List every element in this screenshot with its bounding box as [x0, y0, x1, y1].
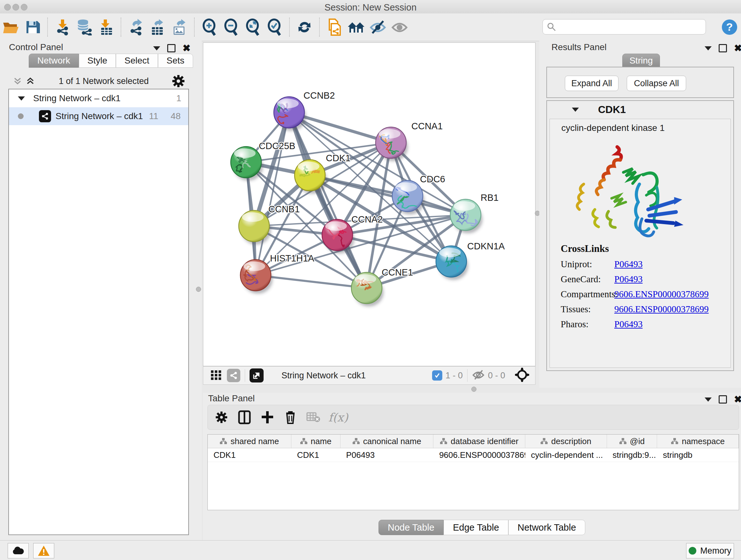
expand-all-button[interactable]: Expand All	[565, 76, 618, 91]
column-header-canonical-name[interactable]: canonical name	[340, 435, 434, 448]
zoom-out-icon[interactable]	[222, 18, 240, 36]
network-node-CDKN1A[interactable]: CDKN1A	[436, 241, 505, 280]
column-header-namespace[interactable]: namespace	[657, 435, 739, 448]
table-cell[interactable]: P06493	[340, 448, 434, 462]
tab-string[interactable]: String	[622, 54, 660, 68]
control-panel-maximize-icon[interactable]	[167, 44, 176, 52]
save-session-icon[interactable]	[23, 18, 42, 36]
open-session-icon[interactable]	[2, 18, 20, 36]
table-panel-maximize-icon[interactable]	[719, 395, 727, 403]
column-header-description[interactable]: description	[525, 435, 607, 448]
results-panel-float-icon[interactable]	[704, 46, 712, 51]
node-label-CDC6: CDC6	[420, 174, 445, 184]
zoom-selected-icon[interactable]	[266, 18, 283, 36]
search-input[interactable]	[556, 22, 695, 32]
tab-edge-table[interactable]: Edge Table	[444, 520, 509, 535]
results-panel-close-icon[interactable]: ✖	[734, 45, 741, 51]
network-node-RB1[interactable]: RB1	[450, 192, 498, 233]
tab-network[interactable]: Network	[29, 54, 79, 68]
string-share-icon[interactable]	[227, 369, 240, 382]
table-cell[interactable]: 9606.ENSP00000378699	[433, 448, 525, 462]
network-collection-row[interactable]: String Network – cdk1 1	[9, 89, 188, 107]
hide-selected-eye-icon[interactable]	[369, 18, 387, 36]
zoom-in-icon[interactable]	[200, 18, 218, 36]
table-toolbar: f(x)	[207, 405, 739, 430]
refresh-icon[interactable]	[295, 18, 313, 36]
collapse-all-button[interactable]: Collapse All	[627, 76, 686, 91]
hidden-eye-slash-icon[interactable]	[472, 369, 485, 381]
crosslinks-title: CrossLinks	[561, 243, 709, 254]
network-node-CCNA1[interactable]: CCNA1	[376, 121, 443, 161]
memory-status-dot	[689, 547, 696, 555]
crosslink-link[interactable]: P06493	[614, 259, 643, 269]
cloud-status-button[interactable]	[8, 543, 29, 558]
column-header-name[interactable]: name	[291, 435, 340, 448]
table-settings-gear-icon[interactable]	[212, 408, 231, 427]
collection-count: 1	[176, 93, 181, 104]
control-panel-close-icon[interactable]: ✖	[183, 45, 191, 51]
network-node-HIST1H1A[interactable]: HIST1H1A	[240, 253, 314, 294]
export-image-icon[interactable]	[171, 18, 188, 36]
collection-disclosure-icon[interactable]	[18, 97, 25, 101]
column-header-database-identifier[interactable]: database identifier	[433, 435, 525, 448]
export-network-icon[interactable]	[127, 18, 145, 36]
import-network-file-icon[interactable]	[54, 18, 71, 36]
zoom-fit-icon[interactable]	[244, 18, 262, 36]
export-table-icon[interactable]	[149, 18, 166, 36]
crosslink-label: Compartments:	[561, 289, 614, 300]
center-view-crosshair-icon[interactable]	[515, 368, 529, 383]
table-panel-close-icon[interactable]: ✖	[734, 396, 741, 402]
table-panel-title: Table Panel	[208, 393, 255, 403]
tab-sets[interactable]: Sets	[158, 54, 193, 68]
table-cell[interactable]: stringdb:9...	[607, 448, 657, 462]
table-cell[interactable]: CDK1	[291, 448, 340, 462]
birdseye-grid-icon[interactable]	[210, 369, 222, 382]
horizontal-splitter-handle[interactable]	[471, 387, 476, 392]
show-columns-icon[interactable]	[235, 408, 254, 427]
results-panel-maximize-icon[interactable]	[719, 44, 727, 52]
control-panel-float-icon[interactable]	[153, 46, 160, 51]
crosslink-link[interactable]: P06493	[614, 274, 643, 285]
node-table[interactable]: shared namenamecanonical namedatabase id…	[207, 434, 739, 510]
clone-network-icon[interactable]	[326, 18, 343, 36]
network-row[interactable]: String Network – cdk1 11 48	[9, 107, 188, 125]
table-cell[interactable]: stringdb	[657, 448, 739, 462]
vertical-splitter-handle[interactable]	[196, 287, 201, 292]
network-view-canvas[interactable]: CCNB2CCNA1CDC25BCDK1CDC6RB1CCNB1CCNA2CDK…	[203, 43, 536, 366]
table-cell[interactable]: cyclin-dependent ...	[525, 448, 607, 462]
table-panel-float-icon[interactable]	[704, 397, 712, 401]
gene-header-row[interactable]: CDK1	[547, 101, 733, 118]
show-all-eye-icon[interactable]	[391, 18, 408, 36]
delete-column-icon[interactable]	[281, 408, 300, 427]
results-panel: Results Panel ✖ String Expand All Collap…	[539, 41, 741, 388]
memory-button[interactable]: Memory	[686, 543, 734, 558]
table-cell[interactable]: CDK1	[208, 448, 291, 462]
column-header-shared-name[interactable]: shared name	[208, 435, 291, 448]
help-icon[interactable]: ?	[721, 18, 738, 36]
node-label-CCNA2: CCNA2	[351, 214, 383, 225]
tab-node-table[interactable]: Node Table	[379, 520, 444, 535]
table-row[interactable]: CDK1CDK1P064939606.ENSP00000378699cyclin…	[208, 448, 739, 462]
collapse-all-icon[interactable]	[12, 76, 23, 86]
tab-network-table[interactable]: Network Table	[509, 520, 585, 535]
expand-all-icon[interactable]	[25, 76, 36, 86]
crosslink-row: GeneCard:P06493	[561, 274, 709, 285]
crosslink-label: Tissues:	[561, 304, 614, 314]
gene-disclosure-icon[interactable]	[572, 108, 579, 112]
import-table-file-icon[interactable]	[97, 18, 115, 36]
node-label-RB1: RB1	[481, 192, 498, 203]
warnings-button[interactable]	[33, 543, 54, 558]
toolbar-separator	[319, 17, 320, 37]
string-home-icon[interactable]	[347, 18, 365, 36]
column-header-@id[interactable]: @id	[607, 435, 657, 448]
selected-checkbox-icon[interactable]	[432, 370, 442, 381]
open-in-browser-icon[interactable]	[250, 368, 264, 382]
crosslink-link[interactable]: 9606.ENSP00000378699	[614, 304, 709, 314]
import-network-database-icon[interactable]	[75, 18, 93, 36]
tab-select[interactable]: Select	[116, 54, 158, 68]
network-options-gear-icon[interactable]	[172, 74, 185, 88]
tab-style[interactable]: Style	[79, 54, 116, 68]
add-column-icon[interactable]	[258, 408, 277, 427]
crosslink-link[interactable]: 9606.ENSP00000378699	[614, 289, 709, 300]
crosslink-link[interactable]: P06493	[614, 319, 643, 329]
